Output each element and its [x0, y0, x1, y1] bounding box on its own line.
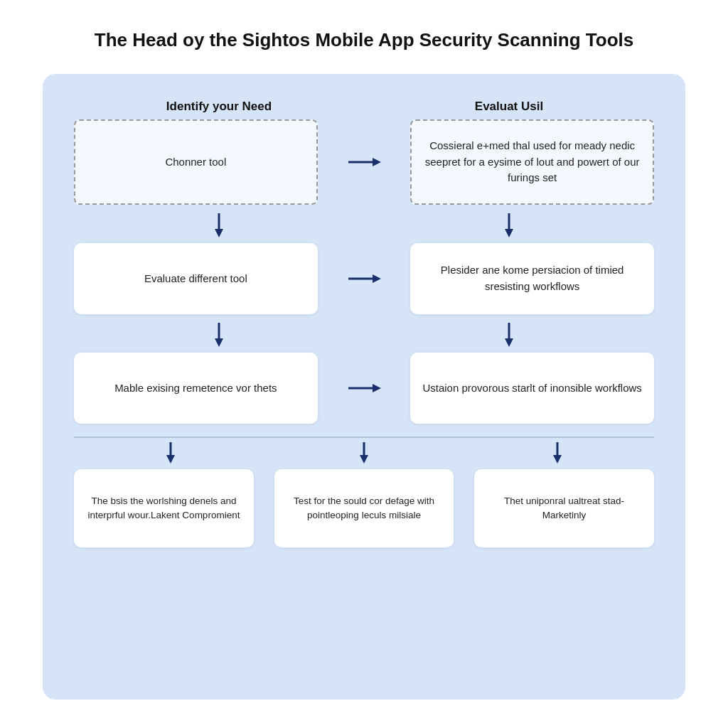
row1-box2: Cossieral e+med thal used for meady nedi… — [410, 119, 654, 205]
down-arrow-bottom-1 — [84, 441, 258, 464]
down-arrow-bottom-3 — [471, 441, 645, 464]
svg-marker-5 — [505, 229, 513, 237]
column-headers: Identify your Need Evaluat Usil — [74, 100, 654, 114]
col1-header: Identify your Need — [88, 100, 349, 114]
horizontal-divider — [74, 437, 654, 438]
row3: Mable exising remetence vor thets Ustaio… — [74, 353, 654, 424]
svg-marker-9 — [215, 338, 223, 347]
row1-box1: Chonner tool — [74, 119, 318, 205]
svg-marker-15 — [166, 455, 175, 464]
arrow-right-2 — [318, 270, 411, 287]
page-title: The Head oy the Sightos Mobile App Secur… — [95, 28, 633, 53]
bottom-row: The bsis the worlshing denels and interp… — [74, 469, 654, 547]
svg-marker-3 — [215, 229, 223, 237]
bottom-arrows-row — [74, 441, 654, 464]
down-arrow-col2-2 — [387, 321, 631, 347]
svg-marker-1 — [373, 158, 381, 166]
arrow-right-3 — [318, 380, 411, 397]
svg-marker-13 — [373, 384, 381, 392]
svg-marker-19 — [553, 455, 562, 464]
row3-box1: Mable exising remetence vor thets — [74, 353, 318, 424]
row2-box2: Plesider ane kome persiacion of timied s… — [410, 243, 654, 314]
row2-box1: Evaluate different tool — [74, 243, 318, 314]
svg-marker-7 — [373, 274, 381, 283]
row2: Evaluate different tool Plesider ane kom… — [74, 243, 654, 314]
svg-marker-11 — [505, 338, 513, 347]
bottom-box3: Thet uniponral ualtreat stad-Marketinly — [474, 469, 654, 547]
bottom-box1: The bsis the worlshing denels and interp… — [74, 469, 254, 547]
arrow-right-1 — [318, 154, 411, 171]
down-arrows-row2 — [74, 321, 654, 347]
down-arrow-col1-2 — [97, 321, 341, 347]
down-arrow-col2-1 — [387, 212, 631, 237]
row1: Chonner tool Cossieral e+med thal used f… — [74, 119, 654, 205]
down-arrow-col1-1 — [97, 212, 341, 237]
row3-box2: Ustaion provorous starlt of inonsible wo… — [410, 353, 654, 424]
bottom-box2: Test for the sould cor defage with point… — [274, 469, 454, 547]
svg-marker-17 — [360, 455, 368, 464]
diagram-container: Identify your Need Evaluat Usil Chonner … — [43, 74, 685, 700]
down-arrows-row1 — [74, 212, 654, 237]
col2-header: Evaluat Usil — [378, 100, 639, 114]
down-arrow-bottom-2 — [277, 441, 451, 464]
